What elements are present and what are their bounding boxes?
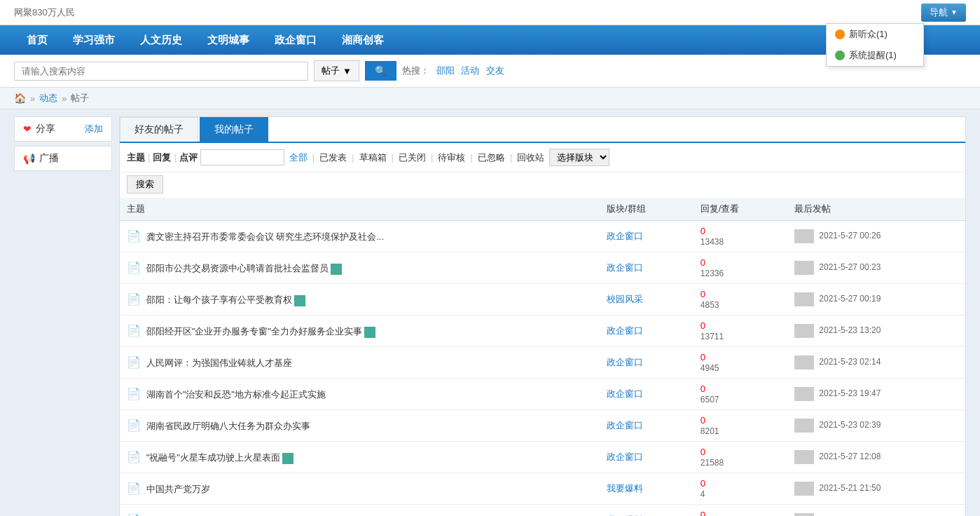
- post-block-link[interactable]: 政企窗口: [607, 452, 643, 462]
- image-tag-icon: [331, 264, 342, 275]
- th-title: 主题: [120, 198, 600, 221]
- post-lastpost-cell: 2021-5-21 21:50: [787, 473, 965, 505]
- post-file-icon: 📄: [127, 292, 141, 306]
- post-block-cell: 我要爆料: [600, 473, 693, 505]
- post-file-icon: 📄: [127, 324, 141, 337]
- reminder-icon: [835, 50, 845, 60]
- post-block-cell: 政企窗口: [600, 347, 693, 379]
- post-lastpost-cell: 2021-5-27 00:26: [787, 221, 965, 252]
- avatar: [794, 387, 814, 401]
- nav-city[interactable]: 文明城事: [195, 27, 262, 54]
- filter-search-input[interactable]: [200, 149, 284, 165]
- notification-dropdown[interactable]: 新听众(1) 系统提醒(1): [826, 23, 924, 67]
- filter-search-button[interactable]: 搜索: [127, 175, 163, 194]
- system-reminder-item[interactable]: 系统提醒(1): [827, 45, 923, 66]
- post-block-link[interactable]: 政企窗口: [607, 388, 643, 399]
- post-title-link[interactable]: 中国共产党万岁: [146, 484, 210, 494]
- post-title-link[interactable]: 邵阳：让每个孩子享有公平受教育权: [146, 294, 292, 305]
- post-block-cell: 校园风采: [600, 284, 693, 315]
- avatar: [794, 513, 814, 516]
- view-count: 12336: [701, 269, 724, 278]
- tab-my-posts[interactable]: 我的帖子: [200, 117, 268, 142]
- hot-tag-activity[interactable]: 活动: [461, 65, 479, 76]
- post-title-link[interactable]: 人民网评：为强国伟业铸就人才基座: [146, 358, 292, 368]
- tabs: 好友的帖子 我的帖子: [120, 117, 965, 143]
- post-block-link[interactable]: 政企窗口: [607, 262, 643, 273]
- view-count: 8201: [701, 426, 719, 436]
- site-title: 网聚830万人民: [14, 6, 75, 19]
- filter-closed[interactable]: 已关闭: [396, 151, 428, 164]
- top-bar: 网聚830万人民 新听众(1) 系统提醒(1) 导航 ▼: [0, 0, 980, 25]
- table-row: 📄 湖南首个"治安和反恐"地方标准今起正式实施 政企窗口 0 6507 2021…: [120, 379, 965, 410]
- nav-merchant[interactable]: 湘商创客: [329, 27, 396, 54]
- post-title-cell: 📄 人民网评：为强国伟业铸就人才基座: [120, 347, 600, 379]
- post-title-cell: 📄 湖南省民政厅明确八大任务为群众办实事: [120, 410, 600, 442]
- table-row: 📄 邵阳：让每个孩子享有公平受教育权 校园风采 0 4853 2021-5-27…: [120, 284, 965, 315]
- breadcrumb-dynamic[interactable]: 动态: [39, 92, 57, 104]
- post-title-link[interactable]: 湖南首个"治安和反恐"地方标准今起正式实施: [146, 389, 326, 400]
- search-input[interactable]: [14, 62, 308, 81]
- post-lastpost-cell: 2021-5-23 02:39: [787, 410, 965, 442]
- hot-tag-shaoyang[interactable]: 邵阳: [436, 65, 455, 76]
- post-block-link[interactable]: 政企窗口: [607, 420, 643, 430]
- filter-topic[interactable]: 主题: [127, 151, 145, 164]
- post-title-link[interactable]: 邵阳经开区"企业开办服务专窗"全力办好服务企业实事: [146, 326, 362, 337]
- post-block-link[interactable]: 政企窗口: [607, 231, 643, 241]
- post-title-cell: 📄 诈骗犯怎么不管理: [120, 505, 600, 517]
- reply-count: 0: [701, 226, 705, 236]
- table-row: 📄 人民网评：为强国伟业铸就人才基座 政企窗口 0 4945 2021-5-23…: [120, 347, 965, 379]
- filter-reply[interactable]: 回复: [153, 151, 171, 164]
- post-title-link[interactable]: 邵阳市公共交易资源中心聘请首批社会监督员: [146, 263, 329, 273]
- sidebar-share[interactable]: ❤ 分享 添加: [14, 116, 112, 142]
- filter-comment[interactable]: 点评: [179, 151, 198, 164]
- nav-home[interactable]: 首页: [14, 27, 60, 54]
- post-title-link[interactable]: 湖南省民政厅明确八大任务为群众办实事: [146, 421, 310, 431]
- sidebar-broadcast[interactable]: 📢 广播: [14, 146, 112, 171]
- filter-pending[interactable]: 待审核: [436, 151, 467, 164]
- avatar: [794, 450, 814, 464]
- filter-trash[interactable]: 回收站: [515, 151, 546, 164]
- post-stats-cell: 0 4853: [693, 284, 787, 315]
- tab-friends-posts[interactable]: 好友的帖子: [120, 117, 198, 142]
- post-block-link[interactable]: 政企窗口: [607, 325, 643, 336]
- add-link[interactable]: 添加: [85, 123, 103, 135]
- filter-ignored[interactable]: 已忽略: [476, 151, 507, 164]
- table-row: 📄 龚文密主持召开市委常委会会议 研究生态环境保护及社会... 政企窗口 0 1…: [120, 221, 965, 252]
- post-stats-cell: 0 4: [693, 473, 787, 505]
- reply-count: 0: [701, 257, 705, 268]
- post-lastpost-cell: 2021-5-23 19:47: [787, 379, 965, 410]
- post-title-link[interactable]: "祝融号"火星车成功驶上火星表面: [146, 452, 280, 463]
- post-title-link[interactable]: 龚文密主持召开市委常委会会议 研究生态环境保护及社会...: [146, 231, 384, 242]
- post-lastpost-cell: 2021-5-23 13:20: [787, 315, 965, 347]
- post-block-link[interactable]: 我要爆料: [607, 483, 643, 494]
- hot-tag-friends[interactable]: 交友: [486, 65, 504, 76]
- filter-draft[interactable]: 草稿箱: [357, 151, 389, 164]
- filter-published[interactable]: 已发表: [317, 151, 349, 164]
- reply-count: 0: [701, 478, 705, 489]
- new-audience-item[interactable]: 新听众(1): [827, 24, 923, 45]
- nav-history[interactable]: 人文历史: [127, 27, 195, 54]
- post-stats-cell: 0 12336: [693, 252, 787, 284]
- broadcast-icon: 📢: [23, 153, 35, 164]
- nav-study[interactable]: 学习强市: [60, 27, 127, 54]
- filter-all[interactable]: 全部: [287, 151, 310, 164]
- post-lastpost-cell: 2021-5-27 00:19: [787, 284, 965, 315]
- chevron-down-icon: ▼: [951, 8, 958, 16]
- home-icon[interactable]: 🏠: [14, 93, 26, 104]
- view-count: 4853: [701, 300, 719, 310]
- nav-button[interactable]: 导航 ▼: [921, 4, 966, 22]
- last-post-time: 2021-5-27 00:23: [819, 262, 881, 272]
- view-count: 21588: [701, 458, 724, 468]
- nav-gov[interactable]: 政企窗口: [262, 27, 329, 54]
- table-row: 📄 中国共产党万岁 我要爆料 0 4 2021-5-21 21:50: [120, 473, 965, 505]
- post-block-link[interactable]: 校园风采: [607, 294, 643, 304]
- search-button[interactable]: 🔍: [365, 61, 396, 81]
- search-type-button[interactable]: 帖子 ▼: [314, 60, 359, 81]
- post-block-link[interactable]: 政企窗口: [607, 357, 643, 367]
- image-tag-icon: [364, 327, 375, 338]
- block-select[interactable]: 选择版块 政企窗口 校园风采 我要爆料: [549, 149, 609, 166]
- post-block-cell: 我要爆料: [600, 505, 693, 517]
- post-stats-cell: 0 13438: [693, 221, 787, 252]
- reply-count: 0: [701, 289, 705, 299]
- table-row: 📄 湖南省民政厅明确八大任务为群众办实事 政企窗口 0 8201 2021-5-…: [120, 410, 965, 442]
